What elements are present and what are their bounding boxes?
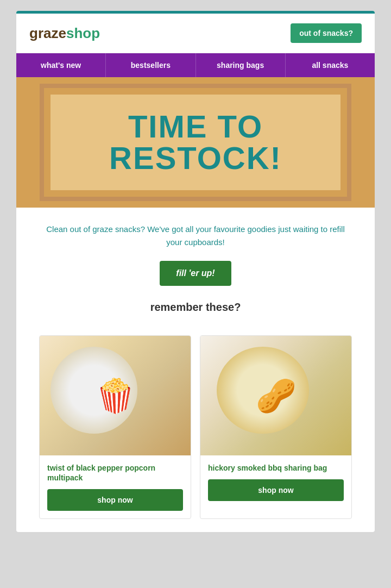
logo: grazeshop [29, 25, 100, 42]
logo-graze: graze [29, 25, 66, 41]
section-heading: remember these? [38, 301, 353, 314]
shop-now-button-nuts[interactable]: shop now [208, 479, 344, 501]
product-image-popcorn [40, 336, 191, 455]
header: grazeshop out of snacks? [16, 14, 375, 53]
product-info-popcorn: twist of black pepper popcorn multipack … [40, 455, 191, 511]
nav-item-bestsellers[interactable]: bestsellers [106, 53, 195, 77]
hero-title: TIME TO RESTOCK! [61, 111, 330, 174]
product-card-popcorn: twist of black pepper popcorn multipack … [39, 335, 191, 519]
nav-item-sharing-bags[interactable]: sharing bags [196, 53, 286, 77]
hero-banner: TIME TO RESTOCK! [16, 77, 375, 208]
product-card-nuts: hickory smoked bbq sharing bag shop now [200, 335, 352, 519]
body-content: Clean out of graze snacks? We've got all… [16, 208, 375, 335]
logo-shop: shop [66, 25, 100, 41]
hero-inner: TIME TO RESTOCK! [44, 88, 347, 197]
product-info-nuts: hickory smoked bbq sharing bag shop now [200, 455, 351, 501]
product-image-nuts [200, 336, 351, 455]
products-row: twist of black pepper popcorn multipack … [16, 335, 375, 532]
shop-now-button-popcorn[interactable]: shop now [47, 489, 183, 511]
description-text: Clean out of graze snacks? We've got all… [38, 223, 353, 249]
product-name-nuts: hickory smoked bbq sharing bag [208, 463, 344, 473]
product-name-popcorn: twist of black pepper popcorn multipack [47, 463, 183, 483]
email-container: grazeshop out of snacks? what's new best… [16, 11, 375, 532]
nav-item-whats-new[interactable]: what's new [16, 53, 106, 77]
fill-er-up-button[interactable]: fill 'er up! [160, 261, 231, 286]
out-of-snacks-button[interactable]: out of snacks? [291, 23, 362, 43]
nav-item-all-snacks[interactable]: all snacks [286, 53, 375, 77]
navigation: what's new bestsellers sharing bags all … [16, 53, 375, 77]
